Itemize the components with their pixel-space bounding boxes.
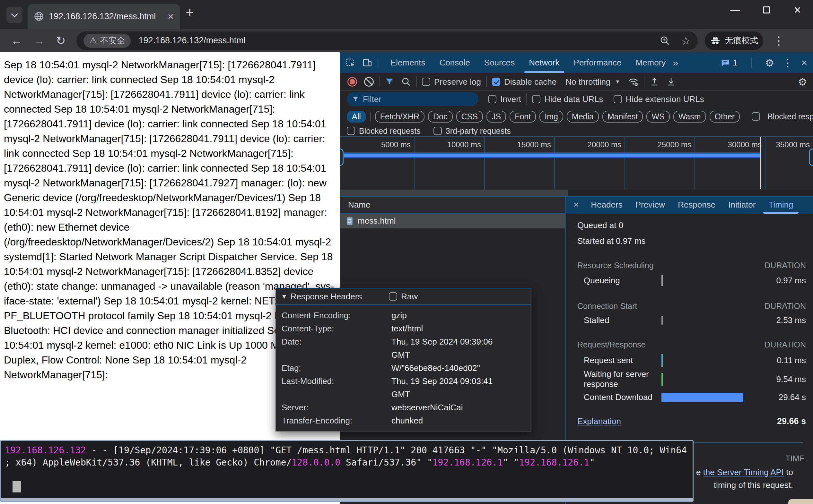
address-bar[interactable]: ⚠ 不安全 192.168.126.132/mess.html ☆: [76, 31, 698, 50]
clear-button[interactable]: [364, 77, 374, 87]
inspect-icon[interactable]: [346, 58, 356, 68]
chip-fetch-xhr[interactable]: Fetch/XHR: [375, 111, 424, 123]
chip-doc[interactable]: Doc: [428, 111, 452, 123]
detail-tab-preview[interactable]: Preview: [629, 196, 672, 213]
close-window-button[interactable]: ×: [782, 0, 813, 20]
third-party-checkbox[interactable]: [433, 127, 442, 135]
taskbar-sliver: [788, 499, 813, 504]
tab-memory[interactable]: Memory: [629, 52, 673, 73]
header-value: webserverNiCaiCai: [391, 401, 513, 414]
chip-font[interactable]: Font: [509, 111, 536, 123]
issues-counter[interactable]: 1: [721, 58, 737, 68]
detail-close-icon[interactable]: ×: [573, 200, 578, 210]
timeline-scrollbar[interactable]: [340, 190, 813, 196]
devtools-menu-icon[interactable]: ⋮: [783, 57, 793, 69]
disclosure-triangle-icon[interactable]: ▼: [281, 293, 287, 300]
header-value: Thu, 19 Sep 2024 09:03:41 GMT: [391, 375, 513, 401]
filter-input-pill[interactable]: [347, 92, 478, 106]
tick-label: 35000 ms: [776, 140, 810, 149]
blocked-cookies-checkbox[interactable]: [752, 112, 760, 121]
filter-input[interactable]: [363, 94, 459, 104]
chip-css[interactable]: CSS: [456, 111, 483, 123]
network-settings-icon[interactable]: ⚙: [798, 76, 807, 88]
explanation-link[interactable]: Explanation: [577, 416, 621, 426]
header-value: Thu, 19 Sep 2024 09:39:06 GMT: [391, 335, 513, 362]
hide-data-urls-checkbox[interactable]: [532, 95, 540, 103]
network-search-icon[interactable]: [401, 77, 411, 87]
section-resource-scheduling: Resource Scheduling DURATION: [577, 261, 806, 270]
caret-down-icon: ▼: [615, 79, 620, 85]
throttling-select[interactable]: No throttling ▼: [565, 77, 620, 87]
chip-ws[interactable]: WS: [646, 111, 670, 123]
more-tabs-icon[interactable]: »: [673, 57, 678, 68]
detail-tab-initiator[interactable]: Initiator: [722, 196, 762, 213]
queueing-bar: [662, 275, 663, 286]
divider: [526, 94, 527, 105]
waiting-bar: [662, 373, 663, 386]
chip-js[interactable]: JS: [486, 111, 506, 123]
blocked-filters-row: Blocked requests 3rd-party requests: [340, 125, 813, 136]
network-overview-timeline[interactable]: 5000 ms 10000 ms 15000 ms 20000 ms 25000…: [340, 136, 813, 197]
forward-button[interactable]: →: [33, 34, 45, 47]
devtools-close-icon[interactable]: ×: [801, 57, 807, 69]
terminal-window[interactable]: 192.168.126.132 - - [19/Sep/2024:17:39:0…: [0, 440, 694, 502]
maximize-button[interactable]: [751, 0, 782, 20]
raw-toggle[interactable]: Raw: [389, 292, 418, 302]
browser-tab[interactable]: 192.168.126.132/mess.html ×: [28, 4, 180, 29]
record-button[interactable]: [347, 77, 357, 87]
overview-right-handle[interactable]: [809, 149, 813, 166]
zoom-icon[interactable]: [660, 36, 670, 46]
preserve-log-checkbox[interactable]: [422, 78, 430, 86]
tab-performance[interactable]: Performance: [567, 52, 629, 73]
header-value: W/"66ebe8ed-140ed02": [391, 362, 513, 375]
browser-menu-icon[interactable]: ⋮: [773, 34, 784, 47]
request-row-mess-html[interactable]: mess.html: [340, 213, 565, 228]
raw-checkbox[interactable]: [389, 292, 397, 301]
tab-elements[interactable]: Elements: [383, 52, 432, 73]
back-button[interactable]: ←: [11, 34, 22, 47]
terminal-cursor: [13, 481, 21, 492]
server-timing-api-link[interactable]: the Server Timing API: [703, 467, 784, 477]
detail-tab-timing[interactable]: Timing: [762, 196, 800, 213]
network-conditions-icon[interactable]: [628, 76, 639, 87]
disable-cache-checkbox[interactable]: [492, 78, 500, 86]
divider: [486, 76, 487, 87]
queued-at: Queued at 0: [577, 220, 806, 230]
name-column-header[interactable]: Name: [340, 197, 565, 213]
filter-toggle-icon[interactable]: [385, 77, 394, 87]
detail-tab-headers[interactable]: Headers: [584, 196, 629, 213]
tab-close-icon[interactable]: ×: [167, 11, 174, 22]
reload-button[interactable]: ↻: [56, 34, 65, 47]
bookmark-star-icon[interactable]: ☆: [681, 34, 691, 47]
chip-manifest[interactable]: Manifest: [602, 111, 643, 123]
chip-all[interactable]: All: [347, 111, 366, 123]
devtools-settings-icon[interactable]: ⚙: [765, 57, 775, 69]
invert-checkbox[interactable]: [488, 95, 496, 103]
divider: [379, 76, 380, 87]
chip-img[interactable]: Img: [539, 111, 563, 123]
header-name: Transfer-Encoding:: [282, 414, 386, 427]
new-tab-button[interactable]: +: [185, 4, 194, 21]
blocked-requests-checkbox[interactable]: [347, 127, 355, 135]
export-har-icon[interactable]: [666, 77, 676, 87]
hide-extension-urls-checkbox[interactable]: [614, 95, 622, 103]
response-headers-header[interactable]: ▼ Response Headers Raw: [276, 288, 531, 305]
device-toolbar-icon[interactable]: [362, 58, 372, 68]
overview-left-handle[interactable]: [340, 149, 344, 166]
scrollbar-thumb[interactable]: [340, 190, 568, 196]
import-har-icon[interactable]: [650, 77, 659, 87]
chip-other[interactable]: Other: [710, 111, 740, 123]
tick-label: 5000 ms: [381, 140, 411, 149]
access-log-line-2: ; x64) AppleWebKit/537.36 (KHTML, like G…: [5, 457, 693, 469]
detail-tab-response[interactable]: Response: [672, 196, 722, 213]
tab-sources[interactable]: Sources: [477, 52, 522, 73]
tab-search-button[interactable]: [6, 7, 22, 23]
request-name: mess.html: [358, 216, 396, 226]
tab-console[interactable]: Console: [432, 52, 477, 73]
url-text[interactable]: 192.168.126.132/mess.html: [138, 36, 649, 46]
chip-wasm[interactable]: Wasm: [673, 111, 706, 123]
tab-network[interactable]: Network: [522, 52, 566, 73]
minimize-button[interactable]: —: [720, 0, 751, 20]
security-badge[interactable]: ⚠ 不安全: [83, 34, 131, 48]
chip-media[interactable]: Media: [567, 111, 599, 123]
